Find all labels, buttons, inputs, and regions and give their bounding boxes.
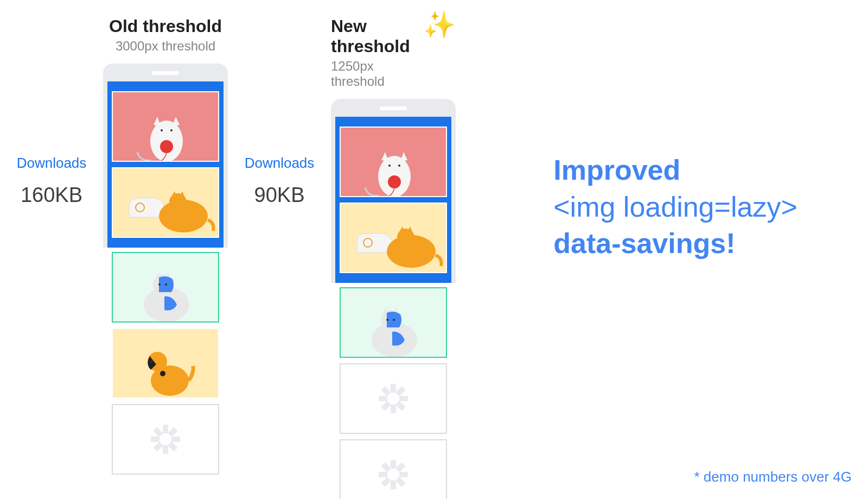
card-cat-blue — [112, 252, 219, 323]
phone-speaker — [380, 106, 407, 110]
phone-screen — [335, 117, 451, 283]
svg-point-17 — [388, 175, 401, 188]
marketing-line2: <img loading=lazy> — [553, 189, 797, 226]
sparkle-icon: ✨ — [423, 12, 456, 38]
new-downloads-block: Downloads 90KB — [239, 16, 320, 483]
card-placeholder — [340, 439, 447, 499]
svg-point-15 — [388, 165, 391, 167]
loading-spinner-icon — [379, 384, 409, 414]
downloads-label: Downloads — [17, 155, 87, 172]
marketing-block: Improved <img loading=lazy> data-savings… — [467, 16, 857, 483]
new-title: New threshold — [331, 16, 415, 56]
svg-point-1 — [161, 129, 163, 131]
card-cat-yarn — [112, 91, 219, 162]
card-cat-blue — [340, 287, 447, 358]
new-threshold-column: New threshold 1250px threshold ✨ — [331, 16, 456, 483]
phone-frame — [331, 99, 456, 283]
svg-point-3 — [160, 140, 173, 153]
downloads-label: Downloads — [245, 155, 315, 172]
old-title: Old threshold — [109, 16, 222, 36]
phone-screen — [107, 81, 224, 248]
card-cat-yarn — [340, 127, 447, 197]
card-placeholder — [340, 363, 447, 434]
downloads-value: 90KB — [254, 184, 305, 207]
old-subtitle: 3000px threshold — [116, 39, 215, 54]
card-dog — [112, 328, 219, 399]
svg-point-16 — [398, 165, 400, 167]
card-cat-sneaker — [112, 167, 219, 238]
card-cat-sneaker — [340, 203, 447, 273]
phone-frame — [103, 64, 228, 248]
svg-point-2 — [170, 129, 173, 131]
marketing-text: Improved <img loading=lazy> data-savings… — [553, 152, 797, 262]
svg-point-10 — [165, 283, 167, 286]
old-downloads-block: Downloads 160KB — [11, 16, 92, 483]
loading-spinner-icon — [379, 460, 409, 490]
new-subtitle: 1250px threshold — [331, 59, 415, 89]
marketing-line1: Improved — [553, 152, 797, 189]
card-placeholder — [112, 404, 219, 475]
downloads-value: 160KB — [21, 184, 82, 207]
svg-point-24 — [393, 319, 395, 321]
footnote: * demo numbers over 4G — [694, 469, 852, 485]
phone-speaker — [152, 71, 179, 75]
svg-point-23 — [386, 319, 388, 321]
old-threshold-column: Old threshold 3000px threshold — [103, 16, 228, 483]
svg-point-9 — [158, 283, 161, 286]
marketing-line3: data-savings! — [553, 225, 797, 262]
svg-point-13 — [160, 371, 165, 376]
loading-spinner-icon — [151, 425, 181, 454]
